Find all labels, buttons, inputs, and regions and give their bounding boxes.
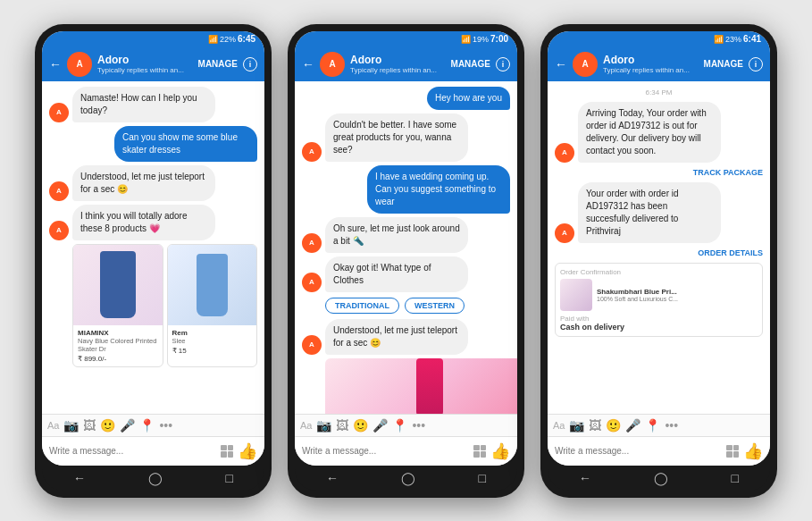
back-button-3[interactable]: ←	[555, 57, 567, 71]
nav-recents-2[interactable]: □	[478, 471, 485, 485]
toolbar-camera[interactable]: 📷	[63, 418, 79, 433]
message-bubble: I think you will totally adore these 8 p…	[72, 205, 215, 240]
header-name-1: Adoro	[97, 54, 193, 66]
info-icon-3[interactable]: i	[749, 57, 763, 71]
info-icon-1[interactable]: i	[243, 57, 257, 71]
msg-row: Can you show me some blue skater dresses	[49, 126, 257, 162]
product-info: MIAMINX Navy Blue Colored Printed Skater…	[73, 325, 163, 366]
dress-figure-2	[197, 254, 228, 316]
header-sub-2: Typically replies within an...	[350, 66, 446, 74]
option-traditional[interactable]: TRADITIONAL	[325, 298, 399, 314]
timestamp-3: 6:34 PM	[555, 88, 763, 97]
msg-row: A Arriving Today, Your order with order …	[555, 102, 763, 163]
message-input-1[interactable]	[49, 446, 216, 456]
nav-back-2[interactable]: ←	[326, 471, 339, 485]
toolbar-mic-2[interactable]: 🎤	[373, 418, 388, 433]
nav-bar-2: ← ◯ □	[295, 466, 517, 491]
toolbar-camera-2[interactable]: 📷	[316, 418, 331, 433]
toolbar-image-2[interactable]: 🖼	[336, 418, 348, 433]
product-image	[73, 245, 163, 325]
toolbar-location-3[interactable]: 📍	[645, 418, 660, 433]
product-price: ₹ 899.0/-	[78, 355, 158, 363]
messenger-header-3: ← A Adoro Typically replies within an...…	[548, 47, 770, 81]
back-button-2[interactable]: ←	[302, 57, 314, 71]
header-actions-1: MANAGE i	[198, 57, 257, 71]
toolbar-aa[interactable]: Aa	[47, 420, 59, 431]
toolbar-mic[interactable]: 🎤	[120, 418, 135, 433]
message-bubble: Oh sure, let me just look around a bit 🔦	[325, 217, 468, 253]
message-bubble: Can you show me some blue skater dresses	[114, 126, 257, 162]
payment-method: Cash on delivery	[560, 323, 758, 332]
message-bubble: Arriving Today, Your order with order id…	[578, 102, 721, 163]
toolbar-more-2[interactable]: •••	[412, 418, 425, 433]
grid-icon-3[interactable]	[726, 445, 739, 458]
toolbar-camera-3[interactable]: 📷	[569, 418, 584, 433]
nav-home-2[interactable]: ◯	[401, 471, 415, 485]
toolbar-emoji-3[interactable]: 🙂	[606, 418, 621, 433]
chat-area-2: Hey how are you A Couldn't be better. I …	[295, 81, 517, 414]
product-image-2	[168, 245, 257, 325]
toolbar-emoji-2[interactable]: 🙂	[353, 418, 368, 433]
info-icon-2[interactable]: i	[496, 57, 510, 71]
toolbar-image[interactable]: 🖼	[83, 418, 96, 433]
order-product-details: Shakumbhari Blue Pri... 100% Soft and Lu…	[597, 288, 678, 302]
toolbar-location[interactable]: 📍	[139, 418, 155, 433]
msg-row: A Understood, let me just teleport for a…	[302, 319, 510, 355]
header-avatar-1: A	[67, 52, 92, 77]
nav-recents-1[interactable]: □	[225, 471, 232, 485]
toolbar-location-2[interactable]: 📍	[392, 418, 407, 433]
bot-avatar: A	[555, 143, 574, 163]
header-avatar-3: A	[573, 52, 598, 77]
phone-1: 📶 22% 6:45 ← A Adoro Typically replies w…	[35, 24, 272, 498]
message-bubble: Couldn't be better. I have some great pr…	[325, 113, 468, 162]
order-product-sub: 100% Soft and Luxurious C...	[597, 296, 678, 302]
toolbar-more[interactable]: •••	[159, 418, 172, 433]
order-card-label: Order Confirmation	[560, 268, 758, 276]
order-details-link[interactable]: ORDER DETAILS	[555, 247, 763, 259]
header-sub-1: Typically replies within an...	[97, 66, 193, 74]
message-input-3[interactable]	[555, 446, 722, 456]
option-western[interactable]: WESTERN	[405, 298, 465, 314]
bot-avatar: A	[302, 335, 322, 355]
product-card-2[interactable]: Rem Slee ₹ 15	[167, 244, 258, 367]
nav-back-1[interactable]: ←	[73, 471, 86, 485]
nav-home-1[interactable]: ◯	[148, 471, 163, 485]
send-button-1[interactable]: 👍	[238, 441, 257, 461]
order-thumbnail	[560, 279, 592, 311]
grid-icon-1[interactable]	[221, 445, 233, 458]
manage-button-3[interactable]: MANAGE	[704, 59, 743, 69]
send-button-2[interactable]: 👍	[490, 441, 510, 461]
product-cards-row: MIAMINX Navy Blue Colored Printed Skater…	[72, 244, 257, 367]
product-brand-2: Rem	[172, 329, 253, 337]
track-package-link[interactable]: TRACK PACKAGE	[555, 166, 763, 179]
header-name-2: Adoro	[350, 54, 446, 66]
back-button-1[interactable]: ←	[49, 57, 62, 71]
toolbar-image-3[interactable]: 🖼	[589, 418, 601, 433]
product-card[interactable]: MIAMINX Navy Blue Colored Printed Skater…	[72, 244, 163, 367]
grid-icon-2[interactable]	[473, 445, 486, 458]
message-input-2[interactable]	[302, 446, 469, 456]
toolbar-more-3[interactable]: •••	[665, 418, 678, 433]
manage-button-2[interactable]: MANAGE	[451, 59, 490, 69]
order-confirmation-card: Order Confirmation Shakumbhari Blue Pri.…	[555, 263, 763, 337]
nav-back-3[interactable]: ←	[579, 471, 591, 485]
nav-home-3[interactable]: ◯	[654, 471, 668, 485]
nav-recents-3[interactable]: □	[731, 471, 738, 485]
chat-toolbar-3: Aa 📷 🖼 🙂 🎤 📍 •••	[548, 414, 770, 436]
msg-row: Hey how are you	[302, 87, 510, 110]
manage-button-1[interactable]: MANAGE	[198, 59, 238, 69]
options-row: TRADITIONAL WESTERN	[325, 298, 510, 314]
header-actions-3: MANAGE i	[704, 57, 763, 71]
chat-area-3: 6:34 PM A Arriving Today, Your order wit…	[548, 81, 770, 414]
msg-row: A Couldn't be better. I have some great …	[302, 113, 510, 162]
msg-row: A Your order with order id AD197312 has …	[555, 182, 763, 243]
send-button-3[interactable]: 👍	[743, 441, 763, 461]
toolbar-emoji[interactable]: 🙂	[100, 418, 115, 433]
product-desc: Navy Blue Colored Printed Skater Dr	[78, 337, 158, 353]
msg-row: A Okay got it! What type of Clothes	[302, 256, 510, 292]
chat-toolbar-1: Aa 📷 🖼 🙂 🎤 📍 •••	[42, 414, 264, 436]
order-card-body: Shakumbhari Blue Pri... 100% Soft and Lu…	[560, 279, 758, 311]
toolbar-mic-3[interactable]: 🎤	[625, 418, 640, 433]
toolbar-aa-3[interactable]: Aa	[553, 420, 565, 431]
toolbar-aa-2[interactable]: Aa	[300, 420, 312, 431]
